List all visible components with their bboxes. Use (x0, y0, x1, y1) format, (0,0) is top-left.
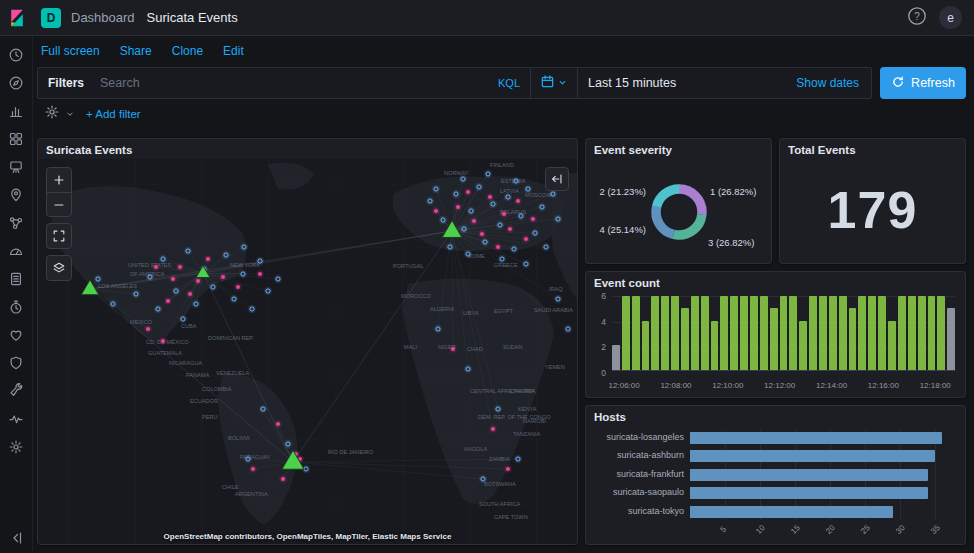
map-event-point[interactable] (154, 265, 158, 269)
menu-clone[interactable]: Clone (172, 44, 203, 58)
event-count-bar[interactable] (691, 296, 699, 370)
event-count-bar[interactable] (770, 308, 778, 370)
event-count-bar[interactable] (760, 296, 768, 370)
map-panel-title[interactable]: Suricata Events (38, 139, 577, 158)
sidebar-item-stack-monitoring[interactable] (8, 413, 24, 429)
event-count-bar[interactable] (819, 296, 827, 370)
event-count-bar[interactable] (888, 321, 896, 370)
sidebar-item-metrics[interactable] (8, 245, 24, 261)
map-event-point[interactable] (166, 299, 170, 303)
add-filter-button[interactable]: + Add filter (86, 108, 141, 120)
map-event-point[interactable] (188, 292, 192, 296)
host-bar[interactable] (690, 506, 893, 518)
help-icon[interactable]: ? (906, 5, 928, 31)
event-count-bar[interactable] (947, 308, 955, 370)
event-count-bar[interactable] (918, 296, 926, 370)
map-attribution[interactable]: OpenStreetMap contributors, OpenMapTiles… (38, 532, 577, 541)
map-event-point[interactable] (524, 237, 528, 241)
map-fit-bounds-button[interactable] (47, 224, 71, 248)
search-input[interactable] (100, 76, 490, 90)
event-count-bar[interactable] (671, 296, 679, 370)
map-legend-toggle-button[interactable] (545, 167, 569, 191)
sidebar-item-uptime[interactable] (8, 329, 24, 345)
host-bar[interactable] (690, 432, 942, 444)
sidebar-item-dev-tools[interactable] (8, 385, 24, 401)
map-event-point[interactable] (472, 219, 476, 223)
event-count-bar[interactable] (612, 345, 620, 370)
map-event-point[interactable] (516, 199, 520, 203)
event-count-title[interactable]: Event count (586, 272, 965, 291)
event-count-bar[interactable] (839, 296, 847, 370)
event-count-bar[interactable] (789, 296, 797, 370)
sidebar-item-logs[interactable] (8, 273, 24, 289)
event-count-bar[interactable] (701, 296, 709, 370)
map-event-point[interactable] (531, 217, 535, 221)
sidebar-item-machine-learning[interactable] (8, 217, 24, 233)
map-event-point[interactable] (146, 327, 150, 331)
total-events-title[interactable]: Total Events (780, 139, 965, 158)
event-count-bar[interactable] (642, 321, 650, 370)
map-event-point[interactable] (508, 227, 512, 231)
map-event-point[interactable] (506, 467, 510, 471)
map-layers-button[interactable] (47, 256, 71, 280)
hosts-title[interactable]: Hosts (586, 406, 965, 425)
map-zoom-in-button[interactable] (47, 168, 71, 192)
event-count-bar[interactable] (720, 296, 728, 370)
event-count-bar[interactable] (928, 296, 936, 370)
map-event-point[interactable] (502, 212, 506, 216)
map-event-point[interactable] (491, 427, 495, 431)
map-zoom-out-button[interactable] (47, 192, 71, 216)
event-count-bar[interactable] (740, 296, 748, 370)
event-count-bar[interactable] (799, 321, 807, 370)
kql-button[interactable]: KQL (490, 77, 520, 89)
event-count-bar[interactable] (750, 296, 758, 370)
map-event-point[interactable] (196, 279, 200, 283)
event-count-bar[interactable] (868, 296, 876, 370)
sidebar-collapse-button[interactable] (8, 537, 24, 553)
map-event-point[interactable] (281, 477, 285, 481)
map-event-point[interactable] (251, 467, 255, 471)
menu-edit[interactable]: Edit (223, 44, 244, 58)
map-event-point[interactable] (451, 347, 455, 351)
menu-full-screen[interactable]: Full screen (41, 44, 100, 58)
sidebar-item-recently-viewed[interactable] (8, 49, 24, 65)
event-count-bar[interactable] (661, 296, 669, 370)
map-event-point[interactable] (496, 245, 500, 249)
host-bar[interactable] (690, 487, 928, 499)
date-quick-select-button[interactable] (531, 68, 578, 98)
sidebar-item-dashboard[interactable] (8, 133, 24, 149)
event-count-bar[interactable] (858, 296, 866, 370)
menu-share[interactable]: Share (120, 44, 152, 58)
map-event-point[interactable] (488, 195, 492, 199)
filter-settings-gear-icon[interactable] (44, 104, 60, 124)
event-count-bar[interactable] (829, 296, 837, 370)
map-event-point[interactable] (258, 272, 262, 276)
user-avatar[interactable]: e (939, 6, 962, 29)
event-count-bar[interactable] (730, 296, 738, 370)
event-count-bar[interactable] (878, 296, 886, 370)
map-event-point[interactable] (178, 265, 182, 269)
event-count-bar[interactable] (908, 296, 916, 370)
event-count-bar[interactable] (898, 296, 906, 370)
sidebar-item-siem[interactable] (8, 357, 24, 373)
map-event-point[interactable] (206, 257, 210, 261)
host-bar[interactable] (690, 469, 928, 481)
sidebar-item-management[interactable] (8, 441, 24, 457)
sidebar-item-maps[interactable] (8, 189, 24, 205)
show-dates-button[interactable]: Show dates (796, 76, 871, 90)
sidebar-item-canvas[interactable] (8, 161, 24, 177)
map-event-point[interactable] (171, 277, 175, 281)
map-event-point[interactable] (276, 422, 280, 426)
time-range-value[interactable]: Last 15 minutes (578, 76, 686, 90)
event-count-bar[interactable] (632, 296, 640, 370)
event-count-bar[interactable] (937, 296, 945, 370)
map-event-point[interactable] (161, 339, 165, 343)
map-event-point[interactable] (466, 190, 470, 194)
event-count-bar[interactable] (711, 321, 719, 370)
map-event-point[interactable] (236, 285, 240, 289)
event-count-bar[interactable] (809, 296, 817, 370)
host-bar[interactable] (690, 450, 935, 462)
map-event-point[interactable] (456, 205, 460, 209)
sidebar-item-visualize[interactable] (8, 105, 24, 121)
event-count-bar[interactable] (780, 296, 788, 370)
